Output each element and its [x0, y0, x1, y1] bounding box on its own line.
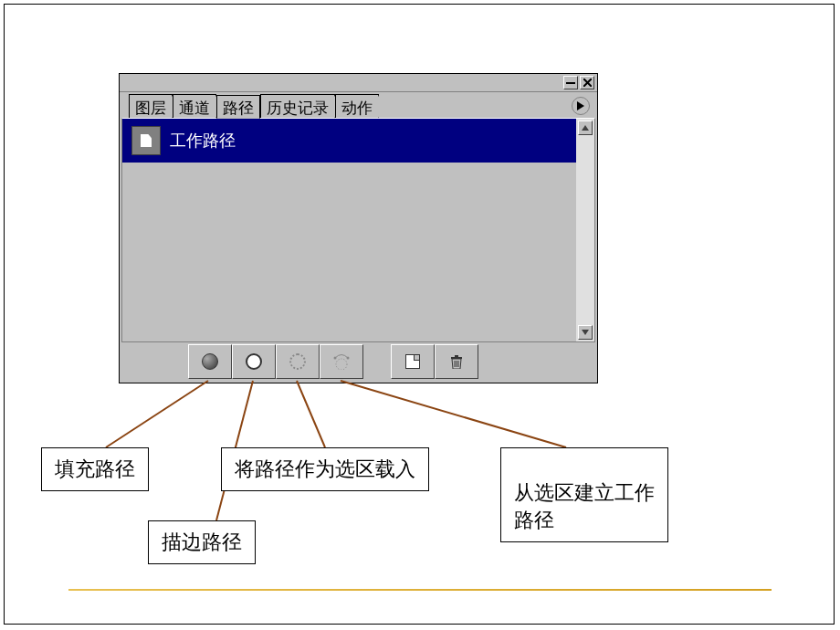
paths-list-area: 工作路径	[121, 118, 595, 342]
annotation-text: 从选区建立工作 路径	[514, 481, 655, 531]
close-icon	[583, 79, 592, 87]
path-item-work[interactable]: 工作路径	[122, 119, 576, 163]
svg-rect-0	[566, 82, 575, 84]
delete-path-button[interactable]	[435, 344, 478, 379]
svg-rect-5	[455, 355, 458, 357]
tab-bar: 图层 通道 路径 历史记录 动作	[120, 92, 597, 118]
annotation-fill-path: 填充路径	[41, 447, 149, 491]
stroke-path-button[interactable]	[232, 344, 276, 379]
svg-point-1	[336, 359, 347, 370]
vertical-scrollbar[interactable]	[576, 119, 594, 341]
scroll-down-button[interactable]	[578, 325, 593, 340]
selection-to-path-button[interactable]	[320, 344, 363, 379]
panel-button-bar	[120, 342, 597, 381]
selection-to-path-icon	[332, 353, 351, 370]
paths-list: 工作路径	[122, 119, 576, 341]
path-name-label: 工作路径	[170, 130, 236, 152]
paths-panel: 图层 通道 路径 历史记录 动作 工作路径	[119, 73, 598, 383]
new-document-icon	[405, 354, 420, 369]
panel-menu-button[interactable]	[572, 97, 590, 115]
trash-icon	[450, 354, 463, 369]
chevron-down-icon	[582, 330, 589, 335]
dotted-circle-icon	[289, 353, 306, 370]
path-thumb-icon	[141, 134, 152, 147]
svg-point-3	[347, 357, 350, 360]
tab-paths[interactable]: 路径	[216, 95, 260, 119]
annotation-path-to-selection: 将路径作为选区载入	[221, 447, 429, 491]
annotation-text: 将路径作为选区载入	[235, 457, 415, 480]
menu-arrow-icon	[577, 101, 584, 110]
tab-layers[interactable]: 图层	[129, 94, 173, 118]
decorative-underline	[68, 589, 772, 591]
tab-channels[interactable]: 通道	[173, 94, 216, 118]
annotation-text: 描边路径	[162, 530, 242, 553]
minimize-icon	[566, 82, 575, 84]
fill-path-button[interactable]	[188, 344, 232, 379]
close-button[interactable]	[580, 76, 594, 89]
stroke-circle-icon	[246, 353, 262, 370]
annotation-text: 填充路径	[55, 457, 135, 480]
path-to-selection-button[interactable]	[276, 344, 320, 379]
tab-actions[interactable]: 动作	[335, 94, 379, 118]
scroll-up-button[interactable]	[578, 121, 593, 135]
panel-titlebar	[120, 74, 597, 92]
tab-history[interactable]: 历史记录	[260, 94, 335, 118]
fill-circle-icon	[202, 353, 218, 370]
chevron-up-icon	[582, 125, 589, 131]
path-thumbnail	[131, 126, 161, 155]
new-path-button[interactable]	[391, 344, 435, 379]
svg-point-2	[334, 357, 337, 360]
annotation-selection-to-path: 从选区建立工作 路径	[500, 447, 668, 542]
minimize-button[interactable]	[563, 76, 578, 89]
annotation-stroke-path: 描边路径	[148, 520, 256, 564]
